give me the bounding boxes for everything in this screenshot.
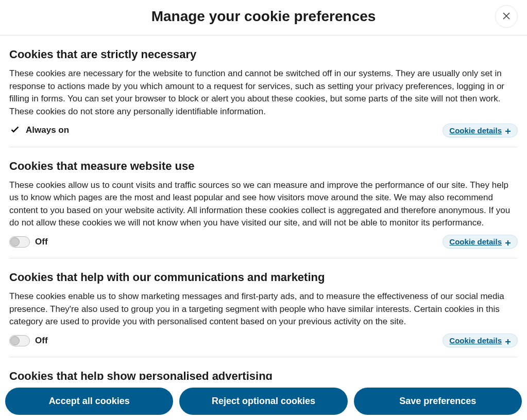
section-controls-row: Off Cookie details (9, 334, 518, 347)
close-button[interactable] (495, 5, 518, 28)
dialog-content[interactable]: Cookies that are strictly necessary Thes… (0, 36, 527, 380)
details-label: Cookie details (449, 336, 502, 345)
details-label: Cookie details (449, 126, 502, 135)
section-title: Cookies that help show personalised adve… (9, 370, 518, 380)
close-icon (502, 11, 511, 22)
section-measure-use: Cookies that measure website use These c… (9, 147, 518, 259)
dialog-header: Manage your cookie preferences (0, 0, 527, 36)
section-controls-row: Always on Cookie details (9, 124, 518, 137)
cookie-details-button[interactable]: Cookie details (443, 124, 518, 137)
section-description: These cookies allow us to count visits a… (9, 179, 518, 230)
dialog-title: Manage your cookie preferences (31, 8, 496, 25)
section-strictly-necessary: Cookies that are strictly necessary Thes… (9, 36, 518, 147)
details-label: Cookie details (449, 237, 502, 246)
section-description: These cookies enable us to show marketin… (9, 290, 518, 328)
toggle-knob (10, 237, 20, 247)
cookie-details-button[interactable]: Cookie details (443, 334, 518, 347)
plus-icon (505, 127, 511, 133)
accept-all-button[interactable]: Accept all cookies (5, 388, 173, 415)
dialog-footer: Accept all cookies Reject optional cooki… (0, 380, 527, 420)
section-title: Cookies that measure website use (9, 160, 518, 173)
status-label: Off (35, 336, 48, 346)
section-personalised-advertising: Cookies that help show personalised adve… (9, 357, 518, 380)
section-description: These cookies are necessary for the webs… (9, 67, 518, 118)
plus-icon (505, 239, 511, 245)
plus-icon (505, 338, 511, 344)
section-communications-marketing: Cookies that help with our communication… (9, 258, 518, 357)
toggle-switch[interactable] (9, 236, 30, 248)
status-label: Off (35, 237, 48, 247)
cookie-preferences-dialog: Manage your cookie preferences Cookies t… (0, 0, 527, 420)
status-always-on: Always on (9, 125, 69, 136)
status-label: Always on (26, 125, 69, 135)
status-toggle-wrap: Off (9, 236, 48, 248)
section-title: Cookies that are strictly necessary (9, 48, 518, 61)
save-preferences-button[interactable]: Save preferences (354, 388, 522, 415)
reject-optional-button[interactable]: Reject optional cookies (179, 388, 347, 415)
check-icon (9, 125, 21, 136)
toggle-knob (10, 336, 20, 345)
section-title: Cookies that help with our communication… (9, 271, 518, 284)
cookie-details-button[interactable]: Cookie details (443, 235, 518, 249)
toggle-switch[interactable] (9, 335, 30, 346)
section-controls-row: Off Cookie details (9, 235, 518, 249)
status-toggle-wrap: Off (9, 335, 48, 346)
